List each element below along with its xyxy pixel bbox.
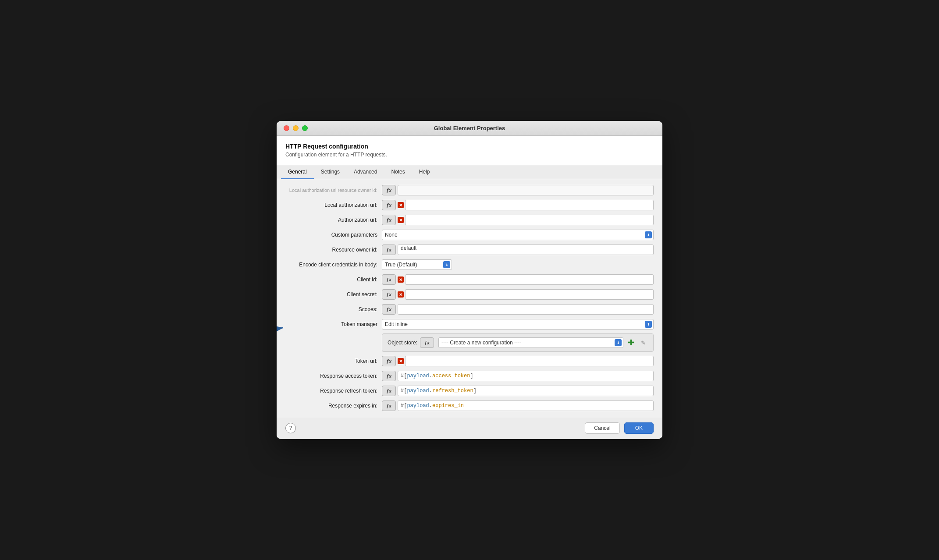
token-url-label: Token url:: [285, 358, 382, 364]
expires-property: expires_in: [432, 403, 464, 409]
close-button[interactable]: [284, 125, 289, 131]
config-title: HTTP Request configuration: [285, 143, 654, 150]
local-auth-url-input[interactable]: [405, 200, 654, 210]
scopes-input[interactable]: [398, 304, 654, 315]
response-expires-row: Response expires in: ƒx #[ payload.expir…: [285, 398, 654, 413]
client-secret-input-wrapper: ✕: [398, 289, 654, 300]
client-secret-row: Client secret: ƒx ✕: [285, 287, 654, 302]
object-store-fx-button[interactable]: ƒx: [420, 337, 434, 348]
authorization-url-label: Authorization url:: [285, 217, 382, 223]
client-id-input[interactable]: [405, 274, 654, 285]
token-manager-label: Token manager: [285, 321, 382, 327]
response-expires-label: Response expires in:: [285, 403, 382, 409]
authorization-url-row: Authorization url: ƒx ✕: [285, 213, 654, 227]
custom-params-row: Custom parameters None ⬍: [285, 227, 654, 242]
response-refresh-token-label: Response refresh token:: [285, 388, 382, 394]
resource-owner-fx-button[interactable]: ƒx: [382, 245, 396, 255]
access-token-dot: .: [429, 373, 432, 379]
ok-button[interactable]: OK: [624, 422, 654, 434]
refresh-token-prefix: #[: [401, 388, 407, 394]
client-id-error: ✕: [398, 276, 404, 283]
resource-owner-label: Resource owner id:: [285, 247, 382, 253]
encode-credentials-select-wrapper: True (Default) False ⬍: [382, 259, 452, 270]
local-auth-url-row: Local authorization url: ƒx ✕: [285, 198, 654, 213]
dialog-header: HTTP Request configuration Configuration…: [277, 136, 662, 165]
custom-params-select-wrapper: None ⬍: [382, 230, 654, 240]
tab-general[interactable]: General: [281, 165, 314, 179]
client-secret-input[interactable]: [405, 289, 654, 300]
local-auth-url-label: Local authorization url:: [285, 202, 382, 208]
maximize-button[interactable]: [302, 125, 308, 131]
scopes-fx-button[interactable]: ƒx: [382, 304, 396, 315]
object-store-select-wrapper: ---- Create a new configuration ---- ⬍: [438, 337, 623, 348]
tab-advanced[interactable]: Advanced: [347, 165, 384, 179]
local-auth-resource-fx-button[interactable]: ƒx: [382, 185, 396, 195]
local-auth-resource-label: Local authorization url resource owner i…: [285, 188, 382, 193]
token-url-fx-button[interactable]: ƒx: [382, 356, 396, 366]
tab-help[interactable]: Help: [412, 165, 437, 179]
object-store-label: Object store:: [388, 340, 417, 346]
form-section: Local authorization url resource owner i…: [277, 179, 662, 417]
response-access-token-label: Response access token:: [285, 373, 382, 379]
token-url-input-wrapper: ✕: [398, 356, 654, 366]
local-auth-url-input-wrapper: ✕: [398, 200, 654, 210]
encode-credentials-select[interactable]: True (Default) False: [382, 259, 452, 270]
expires-dot: .: [429, 403, 432, 409]
token-manager-select[interactable]: Edit inline: [382, 319, 654, 330]
token-url-input[interactable]: [405, 356, 654, 366]
local-auth-resource-input[interactable]: [398, 185, 654, 195]
response-expires-input[interactable]: #[ payload.expires_in: [398, 401, 654, 411]
access-token-property: access_token: [432, 373, 470, 379]
client-id-fx-button[interactable]: ƒx: [382, 274, 396, 285]
response-access-token-row: Response access token: ƒx #[ payload.acc…: [285, 369, 654, 383]
response-access-token-input[interactable]: #[ payload.access_token ]: [398, 371, 654, 381]
object-store-row: Object store: ƒx ---- Create a new confi…: [388, 337, 648, 348]
object-store-edit-button[interactable]: ✎: [638, 338, 648, 347]
scopes-label: Scopes:: [285, 306, 382, 312]
encode-credentials-label: Encode client credentials in body:: [285, 262, 382, 268]
authorization-url-fx-button[interactable]: ƒx: [382, 215, 396, 225]
token-url-row: Token url: ƒx ✕: [285, 354, 654, 369]
response-refresh-token-fx-button[interactable]: ƒx: [382, 386, 396, 396]
annotation-arrow: [277, 319, 285, 334]
authorization-url-error: ✕: [398, 217, 404, 223]
tab-settings[interactable]: Settings: [314, 165, 347, 179]
resource-owner-row: Resource owner id: ƒx default: [285, 242, 654, 257]
minimize-button[interactable]: [293, 125, 299, 131]
object-store-add-button[interactable]: ✚: [626, 338, 636, 347]
client-id-input-wrapper: ✕: [398, 274, 654, 285]
resource-owner-input[interactable]: default: [398, 245, 654, 255]
window-title: Global Element Properties: [434, 125, 505, 131]
response-access-token-fx-button[interactable]: ƒx: [382, 371, 396, 381]
client-secret-fx-button[interactable]: ƒx: [382, 289, 396, 300]
tab-bar: General Settings Advanced Notes Help: [277, 165, 662, 179]
form-content: Local authorization url resource owner i…: [277, 179, 662, 417]
custom-params-select[interactable]: None: [382, 230, 654, 240]
client-id-label: Client id:: [285, 276, 382, 283]
token-manager-row: Token manager Edit inline ⬍: [285, 317, 654, 332]
response-refresh-token-input[interactable]: #[ payload.refresh_token ]: [398, 386, 654, 396]
local-auth-url-fx-button[interactable]: ƒx: [382, 200, 396, 210]
authorization-url-input[interactable]: [405, 215, 654, 225]
expires-object: payload: [407, 403, 429, 409]
response-expires-fx-button[interactable]: ƒx: [382, 401, 396, 411]
title-bar: Global Element Properties: [277, 121, 662, 136]
local-auth-url-error: ✕: [398, 202, 404, 208]
access-token-object: payload: [407, 373, 429, 379]
dialog-window: Global Element Properties HTTP Request c…: [277, 121, 662, 439]
object-store-select[interactable]: ---- Create a new configuration ----: [438, 337, 623, 348]
object-store-section: Object store: ƒx ---- Create a new confi…: [382, 333, 654, 352]
custom-params-label: Custom parameters: [285, 232, 382, 238]
token-manager-select-wrapper: Edit inline ⬍: [382, 319, 654, 330]
help-button[interactable]: ?: [285, 423, 296, 433]
tab-notes[interactable]: Notes: [384, 165, 412, 179]
cancel-button[interactable]: Cancel: [585, 422, 619, 434]
client-id-row: Client id: ƒx ✕: [285, 272, 654, 287]
client-secret-label: Client secret:: [285, 291, 382, 298]
refresh-token-suffix: ]: [473, 388, 477, 394]
refresh-token-property: refresh_token: [432, 388, 473, 394]
refresh-token-dot: .: [429, 388, 432, 394]
encode-credentials-row: Encode client credentials in body: True …: [285, 257, 654, 272]
access-token-prefix: #[: [401, 373, 407, 379]
config-subtitle: Configuration element for a HTTP request…: [285, 152, 654, 158]
